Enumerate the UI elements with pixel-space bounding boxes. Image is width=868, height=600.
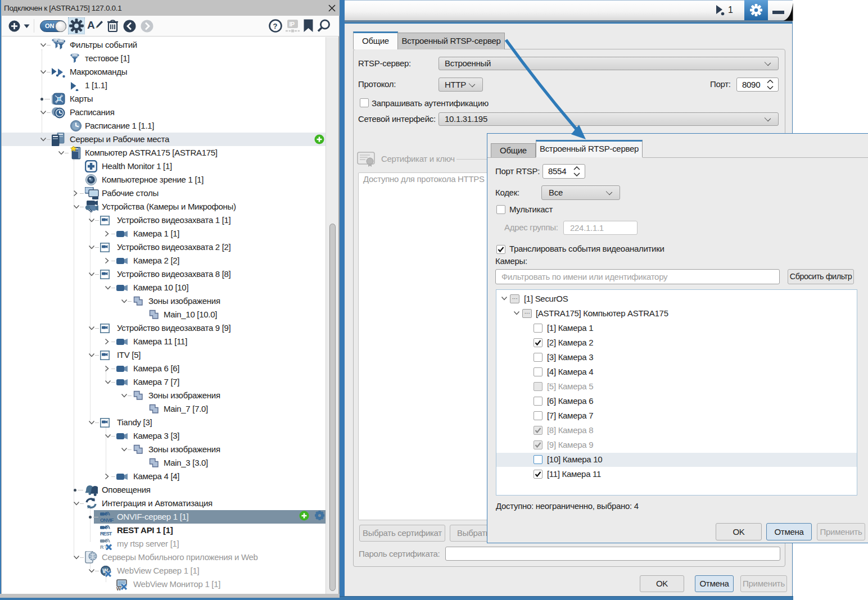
svg-text:W: W (116, 586, 121, 591)
svg-text:ONVIF: ONVIF (100, 517, 114, 523)
svg-text:IP: IP (290, 21, 295, 28)
svg-text:REST: REST (100, 531, 112, 537)
svg-text:?: ? (273, 22, 278, 30)
